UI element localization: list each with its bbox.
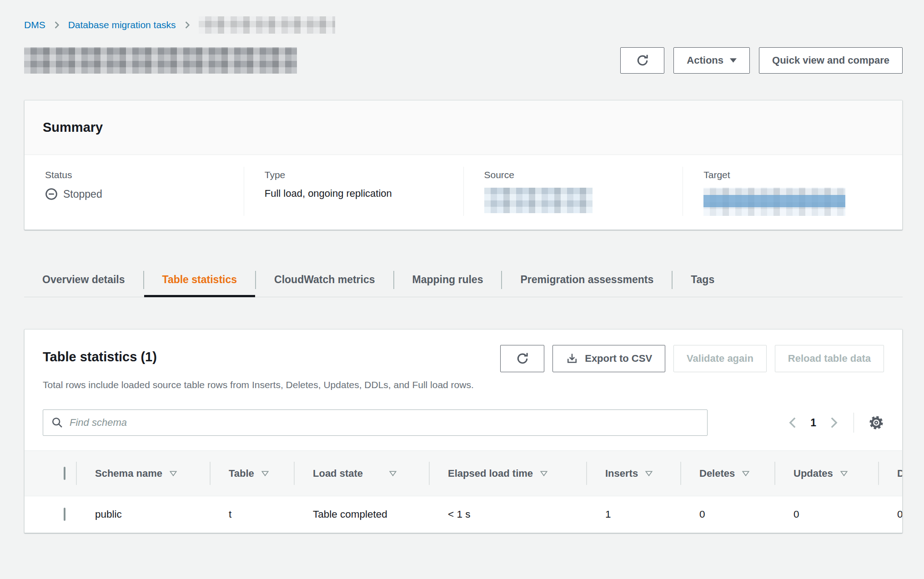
- dms-task-page: DMS Database migration tasks: [0, 0, 924, 579]
- table-statistics-description: Total rows include loaded source table r…: [43, 379, 884, 390]
- column-label: Load state: [313, 468, 363, 479]
- download-icon: [566, 352, 578, 365]
- refresh-button[interactable]: [620, 47, 664, 74]
- export-to-csv-button[interactable]: Export to CSV: [552, 345, 665, 372]
- tab-cloudwatch-metrics[interactable]: CloudWatch metrics: [256, 263, 393, 297]
- column-label: Schema name: [95, 468, 162, 479]
- status-value: Stopped: [45, 188, 235, 200]
- cell-table: t: [210, 496, 294, 533]
- validate-label: Validate again: [687, 353, 753, 364]
- search-icon: [51, 417, 63, 429]
- column-header-schema-name[interactable]: Schema name: [76, 451, 210, 496]
- summary-field-target: Target: [683, 167, 902, 216]
- actions-button-label: Actions: [687, 55, 723, 66]
- table-statistics-card: Table statistics (1): [24, 329, 903, 533]
- table-settings-button[interactable]: [869, 415, 884, 430]
- page-header: Actions Quick view and compare: [24, 47, 903, 74]
- column-label: Deletes: [699, 468, 735, 479]
- sort-icon[interactable]: [170, 471, 177, 476]
- breadcrumb: DMS Database migration tasks: [24, 0, 903, 34]
- summary-field-type: Type Full load, ongoing replication: [244, 167, 463, 216]
- column-header-updates[interactable]: Updates: [774, 451, 878, 496]
- breadcrumb-link-dms[interactable]: DMS: [24, 20, 45, 30]
- summary-title: Summary: [43, 120, 103, 135]
- summary-field-status: Status Stopped: [25, 167, 244, 216]
- column-header-elapsed-load-time[interactable]: Elapsed load time: [429, 451, 586, 496]
- target-label: Target: [703, 170, 893, 180]
- cell-updates: 0: [774, 496, 878, 533]
- refresh-icon: [515, 351, 530, 366]
- column-label: Updates: [793, 468, 833, 479]
- page-title-redacted: [24, 47, 297, 74]
- actions-button[interactable]: Actions: [673, 47, 750, 74]
- gear-icon: [869, 415, 884, 430]
- sort-icon[interactable]: [261, 471, 269, 476]
- cell-load-state: Table completed: [294, 496, 429, 533]
- row-checkbox[interactable]: [64, 508, 65, 521]
- select-all-checkbox[interactable]: [64, 467, 65, 480]
- table-statistics-actions: Export to CSV Validate again Reload tabl…: [500, 345, 884, 372]
- tab-mapping-rules[interactable]: Mapping rules: [394, 263, 502, 297]
- table-statistics-table-wrap: Schema name Table: [25, 450, 902, 533]
- caret-down-icon: [730, 58, 737, 63]
- column-header-deletes[interactable]: Deletes: [680, 451, 774, 496]
- column-label: Inserts: [605, 468, 638, 479]
- source-label: Source: [484, 170, 674, 180]
- column-header-inserts[interactable]: Inserts: [586, 451, 680, 496]
- chevron-right-icon: [183, 21, 191, 29]
- type-label: Type: [265, 170, 454, 180]
- chevron-right-icon: [53, 21, 61, 29]
- find-schema-input[interactable]: [70, 417, 699, 429]
- reload-label: Reload table data: [788, 353, 871, 364]
- pagination-divider: [854, 413, 854, 433]
- pagination: 1: [788, 413, 884, 433]
- cell-elapsed-load-time: < 1 s: [429, 496, 586, 533]
- column-header-load-state[interactable]: Load state: [294, 451, 429, 496]
- sort-icon[interactable]: [840, 471, 848, 476]
- breadcrumb-task-name-redacted: [199, 16, 335, 34]
- tab-tags[interactable]: Tags: [673, 263, 733, 297]
- previous-page-button[interactable]: [788, 417, 798, 429]
- table-statistics-table: Schema name Table: [25, 450, 903, 533]
- column-header-ddls[interactable]: DDLs: [878, 451, 903, 496]
- table-row: public t Table completed < 1 s 1 0 0 0: [25, 496, 903, 533]
- schema-search: [43, 409, 708, 436]
- target-value-redacted[interactable]: [703, 188, 845, 216]
- tab-table-statistics[interactable]: Table statistics: [144, 263, 255, 297]
- cell-ddls: 0: [878, 496, 903, 533]
- table-refresh-button[interactable]: [500, 345, 544, 372]
- breadcrumb-link-tasks[interactable]: Database migration tasks: [68, 20, 176, 30]
- sort-icon[interactable]: [540, 471, 547, 476]
- cell-deletes: 0: [680, 496, 774, 533]
- export-label: Export to CSV: [585, 353, 652, 364]
- cell-inserts: 1: [586, 496, 680, 533]
- summary-card: Summary Status Stopped: [24, 100, 903, 230]
- column-header-table[interactable]: Table: [210, 451, 294, 496]
- status-label: Status: [45, 170, 235, 180]
- summary-card-header: Summary: [25, 100, 902, 155]
- summary-field-source: Source: [463, 167, 683, 216]
- reload-table-data-button[interactable]: Reload table data: [775, 345, 884, 372]
- table-header-row: Schema name Table: [25, 451, 903, 496]
- circle-minus-icon: [45, 188, 58, 200]
- cell-schema-name: public: [76, 496, 210, 533]
- tab-overview-details[interactable]: Overview details: [24, 263, 143, 297]
- status-text: Stopped: [63, 188, 102, 200]
- quick-view-compare-button[interactable]: Quick view and compare: [759, 47, 903, 74]
- current-page-number[interactable]: 1: [810, 417, 816, 429]
- type-value: Full load, ongoing replication: [265, 188, 454, 200]
- sort-icon[interactable]: [742, 471, 749, 476]
- sort-icon[interactable]: [389, 471, 397, 476]
- table-statistics-header: Table statistics (1): [43, 345, 884, 372]
- quick-view-label: Quick view and compare: [772, 55, 889, 66]
- tab-premigration-assessments[interactable]: Premigration assessments: [502, 263, 672, 297]
- column-label: DDLs: [897, 468, 903, 479]
- column-label: Elapsed load time: [448, 468, 533, 479]
- next-page-button[interactable]: [829, 417, 839, 429]
- validate-again-button[interactable]: Validate again: [673, 345, 767, 372]
- sort-icon[interactable]: [645, 471, 653, 476]
- source-value-redacted[interactable]: [484, 188, 593, 213]
- summary-grid: Status Stopped Type Full load, ongoing: [25, 155, 902, 230]
- table-statistics-title: Table statistics (1): [43, 345, 157, 364]
- refresh-icon: [635, 53, 650, 68]
